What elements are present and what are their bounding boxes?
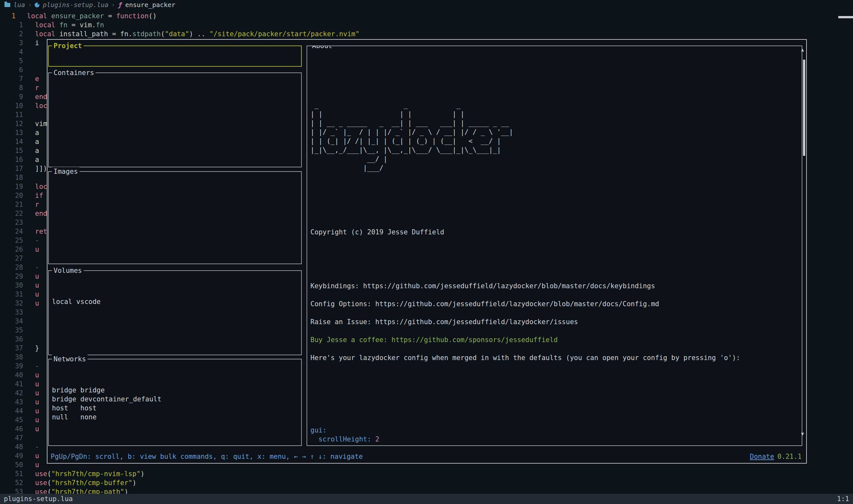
code-text: - bbox=[24, 263, 39, 272]
line-number: 38 bbox=[0, 353, 24, 362]
code-row[interactable]: 51 use("hrsh7th/cmp-nvim-lsp") bbox=[0, 469, 853, 478]
code-segment bbox=[27, 407, 35, 415]
line-number: 41 bbox=[0, 380, 24, 389]
code-row[interactable]: 1 local ensure_packer = function() bbox=[0, 12, 853, 20]
containers-list bbox=[52, 82, 299, 165]
code-segment: - bbox=[27, 237, 39, 244]
code-segment bbox=[27, 300, 35, 307]
code-segment: - bbox=[27, 264, 39, 271]
network-row[interactable]: null none bbox=[52, 413, 299, 421]
networks-panel[interactable]: Networks bridge bridgebridge devcontaine… bbox=[48, 359, 302, 446]
code-text: a bbox=[24, 155, 39, 164]
network-row[interactable]: bridge devcontainer_default bbox=[52, 395, 299, 404]
donate-link[interactable]: Donate bbox=[750, 452, 774, 461]
code-segment: a bbox=[27, 156, 39, 163]
code-text: local install_path = fn.stdpath("data") … bbox=[24, 30, 359, 38]
line-number: 1 bbox=[0, 12, 24, 20]
code-text: u bbox=[24, 389, 39, 398]
ascii-art-line: | | __ _ _____ _ __| | ___ ___| | _____ … bbox=[310, 119, 799, 128]
scroll-up-arrow-icon[interactable]: ▲ bbox=[801, 48, 804, 52]
code-segment: u bbox=[35, 272, 39, 280]
code-text: use("hrsh7th/cmp-nvim-lsp") bbox=[24, 469, 145, 478]
about-scrollbar-thumb[interactable] bbox=[803, 60, 805, 156]
code-segment bbox=[27, 210, 35, 217]
code-row[interactable]: 2 local install_path = fn.stdpath("data"… bbox=[0, 30, 853, 38]
images-panel[interactable]: Images bbox=[48, 171, 302, 264]
code-segment: end bbox=[35, 210, 47, 217]
code-segment bbox=[27, 470, 35, 478]
line-number: 14 bbox=[0, 137, 24, 146]
code-segment: u bbox=[35, 300, 39, 307]
volume-item[interactable]: local vscode bbox=[52, 297, 299, 306]
line-number: 45 bbox=[0, 415, 24, 425]
line-number: 49 bbox=[0, 451, 24, 461]
code-text: u bbox=[24, 290, 39, 299]
code-text bbox=[24, 48, 27, 56]
breadcrumb-dir[interactable]: lua bbox=[14, 0, 25, 9]
code-text bbox=[24, 308, 27, 317]
code-text: u bbox=[24, 451, 39, 461]
code-segment: a bbox=[27, 129, 39, 137]
lua-file-icon bbox=[35, 3, 39, 7]
line-number: 44 bbox=[0, 407, 24, 415]
copyright-line: Copyright (c) 2019 Jesse Duffield bbox=[310, 228, 799, 237]
editor-scrollbar-thumb[interactable] bbox=[838, 16, 853, 18]
line-number: 31 bbox=[0, 290, 24, 299]
code-segment bbox=[27, 282, 35, 289]
about-info-line: Keybindings: https://github.com/jesseduf… bbox=[310, 282, 799, 290]
code-text: u bbox=[24, 415, 39, 425]
volumes-panel[interactable]: Volumes local vscode bbox=[48, 270, 302, 355]
code-segment: local bbox=[35, 30, 59, 38]
code-segment: u bbox=[35, 380, 39, 388]
code-segment bbox=[27, 398, 35, 406]
line-number: 30 bbox=[0, 281, 24, 290]
images-panel-title: Images bbox=[52, 167, 79, 176]
code-segment bbox=[27, 228, 35, 235]
ascii-art-line: | | (_| |/ /| |_| | (_| | (_) | (__| < _… bbox=[310, 137, 799, 146]
code-segment: loc bbox=[35, 102, 47, 110]
code-segment bbox=[27, 479, 35, 487]
breadcrumb-symbol[interactable]: ensure_packer bbox=[125, 0, 175, 9]
code-segment: fn bbox=[120, 30, 128, 38]
project-panel[interactable]: Project nvim bbox=[48, 46, 302, 67]
line-number: 10 bbox=[0, 101, 24, 110]
code-segment: - bbox=[27, 362, 39, 370]
line-number: 52 bbox=[0, 478, 24, 487]
line-number: 42 bbox=[0, 389, 24, 398]
code-text: u bbox=[24, 272, 39, 281]
ascii-art-line: | |/ _` |_ / | | |/ _` |/ _ \ / __| |/ /… bbox=[310, 128, 799, 137]
volumes-panel-title: Volumes bbox=[52, 266, 84, 275]
line-number: 6 bbox=[0, 66, 24, 74]
line-number: 20 bbox=[0, 191, 24, 200]
line-number: 12 bbox=[0, 119, 24, 128]
code-row[interactable]: 52 use("hrsh7th/cmp-buffer") bbox=[0, 478, 853, 487]
code-segment: ensure_packer bbox=[51, 12, 104, 20]
containers-panel[interactable]: Containers bbox=[48, 72, 302, 167]
network-row[interactable]: bridge bridge bbox=[52, 386, 299, 395]
code-segment: a bbox=[27, 147, 39, 155]
code-text: u bbox=[24, 371, 39, 380]
code-text: end bbox=[24, 92, 47, 101]
about-info-line: Here's your lazydocker config when merge… bbox=[310, 353, 799, 362]
line-number: 50 bbox=[0, 461, 24, 469]
breadcrumb-file[interactable]: plugins-setup.lua bbox=[43, 0, 108, 9]
about-panel[interactable]: About _ _ _| | | | | || | __ _ _____ _ _… bbox=[306, 46, 802, 446]
code-text: } bbox=[24, 344, 39, 353]
code-segment: stdpath bbox=[132, 30, 161, 38]
network-row[interactable]: host host bbox=[52, 404, 299, 413]
code-segment: u bbox=[35, 416, 39, 424]
code-segment: use bbox=[35, 470, 47, 478]
code-segment: ( bbox=[161, 30, 165, 38]
code-segment: r bbox=[27, 84, 39, 92]
code-text: r bbox=[24, 83, 39, 92]
config-line: scrollHeight: 2 bbox=[310, 435, 799, 444]
code-segment bbox=[27, 21, 35, 29]
line-number: 43 bbox=[0, 398, 24, 407]
code-text: loc bbox=[24, 182, 47, 191]
code-segment: "data" bbox=[165, 30, 189, 38]
line-number: 5 bbox=[0, 56, 24, 66]
code-row[interactable]: 1 local fn = vim.fn bbox=[0, 20, 853, 30]
code-segment: install_path bbox=[59, 30, 108, 38]
scroll-down-arrow-icon[interactable]: ▼ bbox=[801, 432, 804, 436]
code-text: if bbox=[24, 191, 43, 200]
